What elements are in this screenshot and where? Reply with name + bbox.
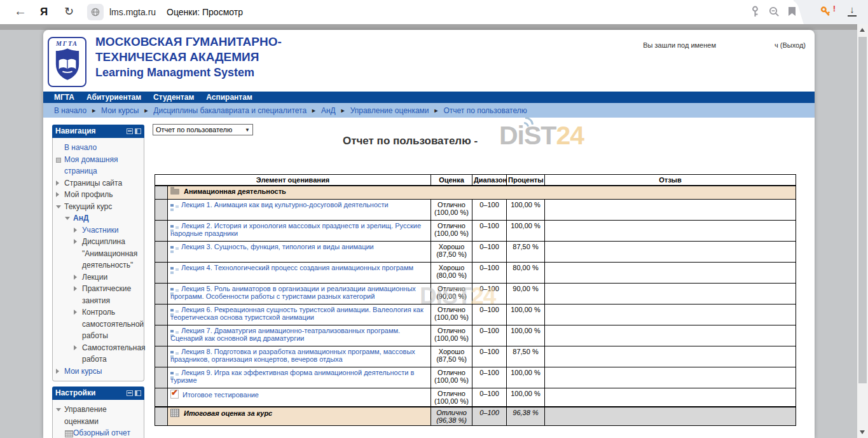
report-type-select[interactable]: Отчет по пользователю ▼ (153, 124, 253, 135)
collapsed-node-icon[interactable] (74, 275, 77, 280)
tree-item-label[interactable]: Участники (82, 224, 118, 236)
grade-item-link[interactable]: Лекция 6. Рекреационная сущность туристс… (170, 306, 424, 321)
expanded-node-icon[interactable] (65, 217, 70, 220)
grade-item-link[interactable]: Лекция 4. Технологический процесс создан… (181, 264, 413, 271)
tree-item-label[interactable]: Мои курсы (64, 366, 102, 378)
menu-item[interactable]: Студентам (153, 93, 194, 102)
password-manager-icon[interactable] (750, 6, 760, 20)
block-dock-icon[interactable] (135, 390, 141, 396)
grade-item-link[interactable]: Лекция 8. Подготовка и разработка анимац… (170, 348, 415, 363)
refresh-icon[interactable]: ↻ (64, 4, 74, 18)
grade-value: Хорошо (434, 264, 469, 271)
tab-title: Оценки: Просмотр (167, 7, 243, 17)
menu-item[interactable]: Аспирантам (206, 93, 252, 102)
expanded-node-icon[interactable] (56, 205, 61, 209)
indent-cell (155, 407, 168, 426)
breadcrumb-link[interactable]: Отчет по пользователю (444, 106, 527, 115)
search-icon[interactable] (769, 6, 780, 20)
tree-item[interactable]: Управление оценками (56, 404, 142, 427)
item-name-cell: Лекция 5. Роль аниматоров в организации … (168, 284, 431, 305)
grade-item-link[interactable]: Лекция 5. Роль аниматоров в организации … (170, 285, 416, 300)
protect-key-icon[interactable]: ! (819, 5, 833, 19)
tree-item[interactable]: Мои курсы (56, 366, 142, 378)
download-icon[interactable]: ↓ (846, 4, 858, 17)
header-row: Элемент оцениванияОценкаДиапазонПроценты… (155, 175, 796, 186)
collapsed-node-icon[interactable] (56, 192, 59, 197)
tree-item[interactable]: Страницы сайта (56, 177, 142, 189)
browser-toolbar: ← Я ↻ lms.mgta.ru Оценки: Просмотр (0, 0, 868, 24)
tree-item[interactable]: Лекции (74, 271, 142, 284)
tree-item[interactable]: Самостоятельная работа (74, 342, 142, 366)
block-collapse-icon[interactable] (127, 390, 133, 396)
menu-item[interactable]: Абитуриентам (86, 93, 141, 102)
tree-item-label[interactable]: Моя домашняя страница (64, 154, 142, 177)
grade-item-link[interactable]: Лекция 9. Игра как эффективная форма ани… (170, 369, 414, 384)
tree-item-icon-slot (74, 306, 82, 342)
collapsed-node-icon[interactable] (56, 181, 59, 186)
breadcrumb-link[interactable]: АнД (321, 106, 336, 115)
block-collapse-icon[interactable] (127, 128, 133, 134)
tree-item-label[interactable]: В начало (64, 142, 97, 154)
range-cell: 0–100 (472, 221, 507, 242)
column-header: Отзыв (545, 175, 796, 186)
tree-item-icon-slot (56, 366, 64, 378)
tree-item[interactable]: Мой профиль (56, 189, 142, 201)
tree-item[interactable]: В начало (56, 142, 142, 154)
tree-item-label[interactable]: Обзорный отчет (73, 427, 130, 438)
collapsed-node-icon[interactable] (74, 239, 77, 244)
lms-subtitle: Learning Managment System (95, 65, 282, 81)
grade-row: Итоговое тестированиеОтлично(100,00 %)0–… (155, 388, 796, 407)
range-cell: 0–100 (472, 346, 507, 367)
tree-item[interactable]: Обзорный отчет (65, 427, 142, 438)
logout-link[interactable]: ч (Выход) (775, 41, 806, 49)
tree-item-label[interactable]: АнД (73, 212, 88, 224)
grade-item-link[interactable]: Лекция 3. Сущность, функция, типология и… (181, 243, 374, 250)
tree-item[interactable]: Контроль самостоятельной работы (74, 306, 142, 342)
tree-item-icon-slot (56, 177, 64, 189)
scroll-up-icon[interactable] (860, 28, 865, 32)
breadcrumb-link[interactable]: Мои курсы (101, 106, 139, 115)
menu-item[interactable]: МГТА (54, 93, 74, 102)
tree-item[interactable]: Участники (74, 224, 142, 236)
breadcrumb-link[interactable]: В начало (54, 106, 86, 115)
scroll-down-icon[interactable] (860, 430, 865, 434)
grade-value: Отлично (434, 369, 469, 376)
site-info-button[interactable] (87, 4, 104, 20)
yandex-logo-icon[interactable]: Я (40, 6, 48, 18)
tree-item[interactable]: Моя домашняя страница (56, 154, 142, 177)
settings-block-header: Настройки (52, 387, 144, 400)
url-text[interactable]: lms.mgta.ru (109, 7, 156, 17)
collapsed-node-icon[interactable] (56, 369, 59, 374)
window-strip (0, 24, 868, 30)
collapsed-node-icon[interactable] (74, 345, 77, 350)
tree-item-icon-slot (56, 189, 64, 201)
block-dock-icon[interactable] (135, 128, 141, 134)
category-label[interactable]: Анимационная деятельность (184, 188, 286, 195)
lesson-icon (170, 246, 174, 249)
tree-item[interactable]: Текущий курс (56, 201, 142, 213)
back-icon[interactable]: ← (14, 4, 27, 18)
tree-item-icon-slot (56, 404, 64, 427)
collapsed-node-icon[interactable] (74, 228, 77, 233)
grade-item-link[interactable]: Лекция 2. История и хронология массовых … (170, 222, 421, 237)
tree-item[interactable]: Дисциплина "Анимационная деятельность" (74, 236, 142, 271)
scrollbar-thumb[interactable] (858, 37, 867, 383)
grade-item-link[interactable]: Лекция 7. Драматургия анимационно-театра… (170, 327, 400, 342)
percent-cell: 80,00 % (507, 263, 545, 284)
grade-item-link[interactable]: Лекция 1. Анимация как вид культурно-дос… (181, 201, 389, 209)
tree-item-icon-slot (74, 271, 82, 284)
collapsed-node-icon[interactable] (74, 286, 77, 291)
range-cell: 0–100 (472, 388, 507, 407)
tree-item[interactable]: Практические занятия (74, 283, 142, 306)
page-card: МГТА МОСКОВСКАЯ ГУМАНИТАРНО- ТЕХНИЧЕСКАЯ… (43, 30, 815, 438)
tree-item-label: Самостоятельная работа (82, 342, 146, 366)
expanded-node-icon[interactable] (56, 408, 61, 411)
collapsed-node-icon[interactable] (74, 310, 77, 315)
grade-item-link[interactable]: Итоговое тестирование (183, 391, 259, 399)
tree-item[interactable]: АнД (65, 212, 142, 224)
scrollbar[interactable] (857, 24, 868, 438)
grade-percent: (100,00 %) (434, 397, 469, 405)
breadcrumb-link[interactable]: Дисциплины бакалавриата и специалитета (153, 106, 307, 115)
grade-cell: Отлично(100,00 %) (431, 200, 472, 221)
breadcrumb-link[interactable]: Управление оценками (350, 106, 429, 115)
